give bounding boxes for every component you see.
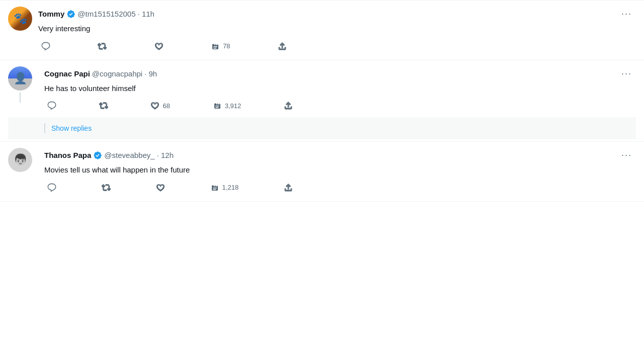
tweet-tommy: Tommy @tm1515152005 · 11h ··· Very inter… bbox=[0, 1, 644, 60]
tweet-cognac-content: Cognac Papi @cognacpahpi · 9h ··· He has… bbox=[44, 66, 636, 118]
tweet-actions-cognac: 68 3,912 bbox=[44, 98, 296, 117]
user-handle-thanos: @steveabbey_ bbox=[104, 151, 154, 159]
reply-button-tommy[interactable] bbox=[38, 39, 53, 54]
heart-icon bbox=[156, 183, 165, 192]
reply-icon bbox=[47, 101, 56, 110]
tweet-text-thanos: Movies tell us what will happen in the f… bbox=[44, 164, 636, 176]
share-icon bbox=[278, 42, 287, 51]
views-button-tommy[interactable]: 78 bbox=[208, 39, 233, 54]
more-options-cognac[interactable]: ··· bbox=[617, 66, 636, 81]
tweet-time-tommy: · 11h bbox=[138, 10, 154, 18]
tweet-cognac: Cognac Papi @cognacpahpi · 9h ··· He has… bbox=[0, 60, 644, 142]
tweet-time-thanos: · 12h bbox=[157, 151, 174, 159]
thread-line-show-replies bbox=[44, 123, 45, 133]
retweet-button-thanos[interactable] bbox=[99, 180, 114, 195]
thread-line-cognac bbox=[20, 93, 21, 103]
share-button-cognac[interactable] bbox=[281, 98, 296, 113]
avatar-tommy bbox=[8, 7, 32, 31]
retweet-icon bbox=[102, 183, 111, 192]
share-icon bbox=[284, 183, 293, 192]
like-button-thanos[interactable] bbox=[153, 180, 168, 195]
avatar-thanos bbox=[8, 148, 32, 172]
like-button-cognac[interactable]: 68 bbox=[147, 98, 173, 113]
avatar-cognac bbox=[8, 66, 32, 91]
retweet-button-cognac[interactable] bbox=[96, 98, 111, 113]
views-icon bbox=[210, 183, 219, 192]
tweet-tommy-meta: Tommy @tm1515152005 · 11h ··· bbox=[38, 7, 636, 21]
tweet-actions-thanos: 1,218 bbox=[44, 180, 296, 199]
tweet-thanos-meta-left: Thanos Papa @steveabbey_ · 12h bbox=[44, 151, 174, 160]
user-name-tommy: Tommy bbox=[38, 10, 64, 18]
user-name-thanos: Thanos Papa bbox=[44, 151, 91, 159]
tweet-text-tommy: Very interesting bbox=[38, 23, 636, 35]
share-button-thanos[interactable] bbox=[281, 180, 296, 195]
views-count-tommy: 78 bbox=[223, 42, 230, 50]
tweet-thanos-content: Thanos Papa @steveabbey_ · 12h ··· Movie… bbox=[44, 148, 636, 199]
retweet-icon bbox=[99, 101, 108, 110]
user-handle-tommy: @tm1515152005 bbox=[77, 10, 135, 18]
user-handle-cognac: @cognacpahpi bbox=[92, 69, 142, 78]
tweet-thanos: Thanos Papa @steveabbey_ · 12h ··· Movie… bbox=[0, 142, 644, 202]
views-button-thanos[interactable]: 1,218 bbox=[207, 180, 242, 195]
verified-icon-tommy bbox=[66, 10, 75, 19]
share-icon bbox=[284, 101, 293, 110]
like-button-tommy[interactable] bbox=[151, 39, 167, 54]
retweet-button-tommy[interactable] bbox=[95, 39, 110, 54]
tweet-actions-tommy: 78 bbox=[38, 39, 290, 58]
like-count-cognac: 68 bbox=[163, 102, 170, 110]
tweet-cognac-meta: Cognac Papi @cognacpahpi · 9h ··· bbox=[44, 66, 636, 81]
share-button-tommy[interactable] bbox=[275, 39, 290, 54]
reply-button-cognac[interactable] bbox=[44, 98, 59, 113]
heart-icon bbox=[154, 42, 164, 51]
show-replies-button[interactable]: Show replies bbox=[51, 124, 92, 132]
reply-icon bbox=[41, 42, 50, 51]
heart-icon bbox=[150, 101, 159, 110]
reply-icon bbox=[47, 183, 56, 192]
reply-button-thanos[interactable] bbox=[44, 180, 59, 195]
views-count-cognac: 3,912 bbox=[225, 102, 242, 110]
views-button-cognac[interactable]: 3,912 bbox=[210, 98, 245, 113]
tweet-tommy-meta-left: Tommy @tm1515152005 · 11h bbox=[38, 10, 154, 19]
user-name-cognac: Cognac Papi bbox=[44, 69, 90, 78]
views-icon bbox=[213, 101, 222, 110]
more-options-tommy[interactable]: ··· bbox=[617, 7, 636, 21]
retweet-icon bbox=[98, 42, 107, 51]
tweet-tommy-content: Tommy @tm1515152005 · 11h ··· Very inter… bbox=[38, 7, 636, 58]
verified-icon-thanos bbox=[93, 151, 102, 160]
views-count-thanos: 1,218 bbox=[222, 184, 239, 191]
more-options-thanos[interactable]: ··· bbox=[617, 148, 636, 162]
views-icon bbox=[211, 42, 220, 51]
tweet-cognac-meta-left: Cognac Papi @cognacpahpi · 9h bbox=[44, 69, 157, 78]
show-replies-row: Show replies bbox=[8, 117, 636, 139]
tweet-thanos-meta: Thanos Papa @steveabbey_ · 12h ··· bbox=[44, 148, 636, 162]
tweet-time-cognac: · 9h bbox=[144, 69, 157, 78]
tweet-text-cognac: He has to volunteer himself bbox=[44, 83, 636, 95]
